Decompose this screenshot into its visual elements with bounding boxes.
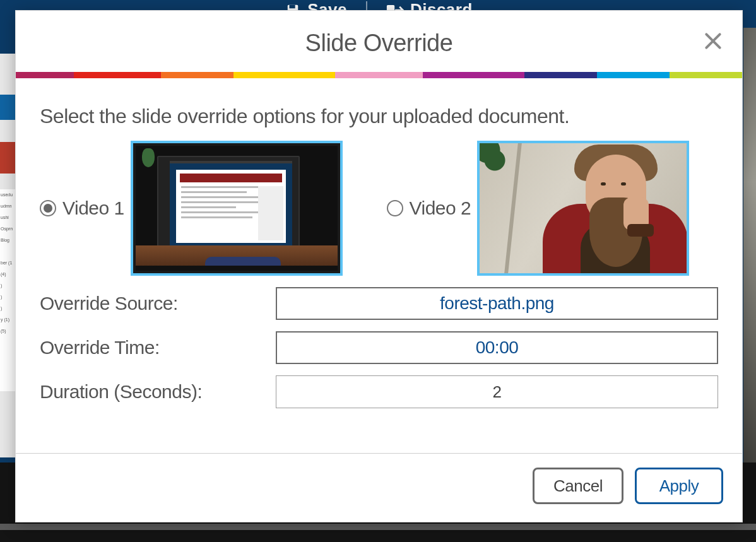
duration-label: Duration (Seconds): <box>40 381 261 403</box>
duration-input[interactable] <box>276 375 718 408</box>
duration-row: Duration (Seconds): <box>40 375 718 408</box>
video-2-radio[interactable] <box>387 200 403 216</box>
rainbow-divider <box>16 72 742 78</box>
modal-header: Slide Override <box>16 11 742 72</box>
override-time-input[interactable] <box>276 331 718 364</box>
video-1-label: Video 1 <box>62 197 124 219</box>
override-source-label: Override Source: <box>40 293 261 314</box>
override-time-row: Override Time: <box>40 331 718 364</box>
slide-override-modal: Slide Override Select the slide override… <box>15 10 743 522</box>
modal-footer: Cancel Apply <box>16 453 742 522</box>
modal-body: Select the slide override options for yo… <box>16 78 742 453</box>
video-2-thumbnail[interactable] <box>477 141 689 276</box>
close-icon <box>703 31 723 51</box>
video-choice-2[interactable]: Video 2 <box>387 141 719 276</box>
video-choice-1[interactable]: Video 1 <box>40 141 372 276</box>
cancel-button[interactable]: Cancel <box>533 468 623 504</box>
modal-close-button[interactable] <box>700 28 726 54</box>
override-source-input[interactable] <box>276 287 718 320</box>
video-choice-group: Video 1 <box>40 141 718 276</box>
override-source-row: Override Source: <box>40 287 718 320</box>
video-2-label: Video 2 <box>410 197 471 219</box>
override-time-label: Override Time: <box>40 337 261 358</box>
modal-prompt: Select the slide override options for yo… <box>40 105 718 128</box>
video-1-thumbnail[interactable] <box>131 141 343 276</box>
modal-title: Slide Override <box>28 30 729 57</box>
apply-button[interactable]: Apply <box>635 468 723 504</box>
video-1-radio[interactable] <box>40 200 56 216</box>
